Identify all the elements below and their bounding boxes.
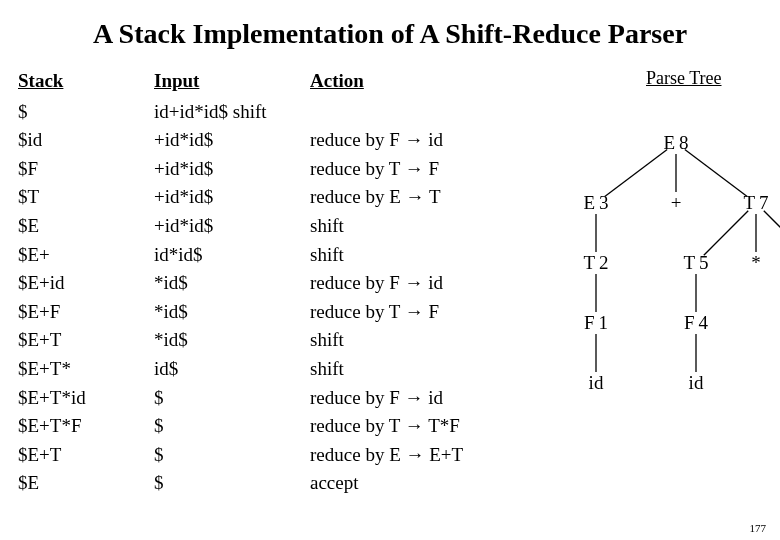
trace-table-wrap: Stack Input Action $id+id*id$ shift$id+i…	[18, 68, 506, 499]
cell-stack: $E+T	[18, 442, 154, 471]
table-row: $E+T*id$reduce by F → id	[18, 385, 506, 414]
tree-node-symbol: F	[684, 312, 695, 334]
cell-input: +id*id$	[154, 213, 310, 242]
cell-input: $	[154, 442, 310, 471]
cell-input: id*id$	[154, 242, 310, 271]
tree-node-E8: E8	[663, 132, 688, 154]
cell-action: reduce by F → id	[310, 270, 506, 299]
cell-action: shift	[310, 327, 506, 356]
trace-table: Stack Input Action $id+id*id$ shift$id+i…	[18, 68, 506, 499]
table-row: $E$accept	[18, 470, 506, 499]
cell-stack: $E+T*	[18, 356, 154, 385]
tree-node-symbol: id	[689, 372, 704, 394]
col-header-action: Action	[310, 68, 506, 99]
cell-action: shift	[310, 242, 506, 271]
table-row: $E+T*id$shift	[18, 356, 506, 385]
table-row: $E+id*id$shift	[18, 242, 506, 271]
cell-input: +id*id$	[154, 184, 310, 213]
tree-node-E3: E3	[583, 192, 608, 214]
content-area: Stack Input Action $id+id*id$ shift$id+i…	[0, 68, 780, 499]
tree-node-subscript: 3	[599, 192, 609, 214]
col-header-input: Input	[154, 68, 310, 99]
col-header-stack: Stack	[18, 68, 154, 99]
tree-edge	[685, 150, 747, 197]
tree-node-T5: T5	[683, 252, 708, 274]
cell-action: shift	[310, 356, 506, 385]
cell-stack: $E+F	[18, 299, 154, 328]
cell-action: reduce by F → id	[310, 385, 506, 414]
cell-stack: $E	[18, 470, 154, 499]
table-row: $F+id*id$reduce by T → F	[18, 156, 506, 185]
cell-input-action: id+id*id$ shift	[154, 99, 506, 128]
cell-input: *id$	[154, 327, 310, 356]
tree-node-star: *	[751, 252, 761, 274]
cell-stack: $E+T	[18, 327, 154, 356]
cell-input: $	[154, 385, 310, 414]
table-row: $E+T*id$shift	[18, 327, 506, 356]
parse-tree: E8E3+T7T2T5*F6F1F4ididid	[506, 68, 780, 488]
table-row: $E+id*id$reduce by F → id	[18, 270, 506, 299]
cell-action: reduce by F → id	[310, 127, 506, 156]
page-number: 177	[750, 522, 767, 534]
table-row: $E+T$reduce by E → E+T	[18, 442, 506, 471]
cell-input: $	[154, 470, 310, 499]
table-row: $E+id*id$shift	[18, 213, 506, 242]
tree-node-symbol: E	[663, 132, 675, 154]
tree-node-plus: +	[671, 192, 682, 214]
cell-input: *id$	[154, 299, 310, 328]
table-row: $id+id*id$ shift	[18, 99, 506, 128]
cell-stack: $E+id	[18, 270, 154, 299]
tree-node-symbol: T	[743, 192, 755, 214]
page-title: A Stack Implementation of A Shift-Reduce…	[0, 18, 780, 50]
tree-edge	[605, 150, 667, 197]
tree-node-symbol: +	[671, 192, 682, 214]
tree-node-T2: T2	[583, 252, 608, 274]
cell-action: reduce by T → F	[310, 156, 506, 185]
table-row: $T+id*id$reduce by E → T	[18, 184, 506, 213]
cell-stack: $E+	[18, 242, 154, 271]
cell-input: *id$	[154, 270, 310, 299]
parse-tree-wrap: Parse Tree E8E3+T7T2T5*F6F1F4ididid	[506, 68, 780, 488]
tree-node-symbol: id	[589, 372, 604, 394]
tree-node-symbol: *	[751, 252, 761, 274]
tree-node-symbol: F	[584, 312, 595, 334]
cell-action: accept	[310, 470, 506, 499]
cell-action: reduce by E → E+T	[310, 442, 506, 471]
cell-stack: $E+T*F	[18, 413, 154, 442]
tree-edge	[764, 211, 780, 255]
cell-action: reduce by T → F	[310, 299, 506, 328]
tree-node-F1: F1	[584, 312, 608, 334]
tree-edge	[704, 211, 748, 255]
cell-input: $	[154, 413, 310, 442]
tree-node-subscript: 1	[599, 312, 609, 334]
cell-action: reduce by E → T	[310, 184, 506, 213]
cell-stack: $E+T*id	[18, 385, 154, 414]
parse-tree-edges	[506, 68, 780, 488]
cell-action: reduce by T → T*F	[310, 413, 506, 442]
table-row: $E+T*F$reduce by T → T*F	[18, 413, 506, 442]
tree-node-subscript: 4	[699, 312, 709, 334]
table-row: $E+F*id$reduce by T → F	[18, 299, 506, 328]
cell-stack: $id	[18, 127, 154, 156]
tree-node-symbol: E	[583, 192, 595, 214]
tree-node-idL: id	[589, 372, 604, 394]
tree-node-F4: F4	[684, 312, 708, 334]
tree-node-subscript: 5	[699, 252, 709, 274]
cell-stack: $	[18, 99, 154, 128]
tree-node-T7: T7	[743, 192, 768, 214]
tree-node-idM: id	[689, 372, 704, 394]
tree-node-symbol: T	[583, 252, 595, 274]
tree-node-symbol: T	[683, 252, 695, 274]
cell-input: +id*id$	[154, 127, 310, 156]
tree-node-subscript: 8	[679, 132, 689, 154]
tree-node-subscript: 2	[599, 252, 609, 274]
tree-node-subscript: 7	[759, 192, 769, 214]
cell-stack: $F	[18, 156, 154, 185]
cell-action: shift	[310, 213, 506, 242]
cell-stack: $T	[18, 184, 154, 213]
table-row: $id+id*id$reduce by F → id	[18, 127, 506, 156]
cell-input: +id*id$	[154, 156, 310, 185]
cell-input: id$	[154, 356, 310, 385]
cell-stack: $E	[18, 213, 154, 242]
